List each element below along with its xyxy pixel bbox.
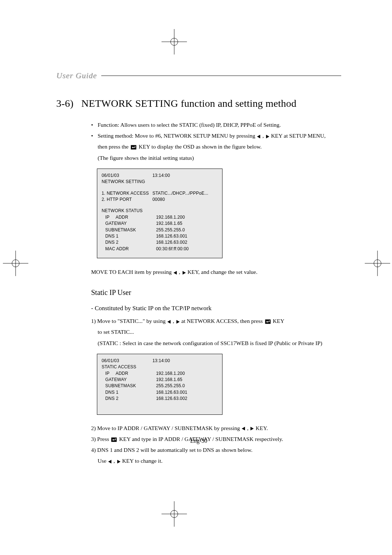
triangle-left-icon (242, 427, 245, 430)
osd-row-label: IP ADDR (105, 370, 156, 377)
crop-mark-top (162, 29, 187, 54)
osd-static-access: 06/01/03 13:14:00 STATIC ACCESS IP ADDR1… (97, 354, 222, 415)
triangle-left-icon (167, 320, 171, 324)
triangle-right-icon (117, 460, 121, 463)
svg-marker-12 (257, 135, 260, 138)
step2-b: KEY. (256, 425, 268, 431)
svg-marker-13 (266, 135, 269, 138)
osd-row-value: 00:30:6f:ff:00:00 (156, 246, 218, 252)
glyph-comma: , (173, 318, 176, 324)
osd-row: DNS 1168.126.63.001 (102, 389, 218, 396)
static-step1-b: at NETWORK ACCESS, then press (181, 318, 264, 324)
osd-row-label: GATEWAY (105, 377, 156, 383)
svg-marker-19 (176, 320, 180, 324)
section-title: 3-6) NETWORK SETTING function and settin… (56, 98, 341, 109)
enter-key-icon (265, 319, 271, 324)
osd-row-value: 192.168.1.200 (156, 370, 218, 377)
osd2-title: STATIC ACCESS (102, 364, 218, 370)
osd2-time: 13:14:00 (152, 358, 218, 364)
glyph-comma: , (247, 425, 250, 431)
osd-row: DNS 1168.126.63.001 (102, 233, 218, 239)
osd-row: MAC ADDR00:30:6f:ff:00:00 (102, 246, 218, 252)
page-body: User Guide 3-6) NETWORK SETTING function… (56, 71, 341, 466)
triangle-left-icon (257, 135, 261, 138)
svg-marker-26 (108, 460, 111, 463)
step4b: Use , KEY to change it. (98, 455, 341, 466)
osd-row-label: DNS 2 (105, 239, 156, 246)
triangle-right-icon (176, 320, 180, 324)
static-ip-heading: Static IP User (91, 288, 341, 297)
intro-setting-line-b: KEY at SETUP MENU, (271, 133, 326, 139)
crop-mark-right (365, 251, 390, 276)
after-osd1: MOVE TO EACH item by pressing , KEY, and… (91, 266, 341, 278)
static-step1-line2: to set STATIC... (98, 327, 341, 337)
svg-marker-17 (183, 271, 186, 275)
user-guide-label: User Guide (56, 71, 97, 80)
bullet-dot-icon: • (91, 130, 98, 141)
after-osd1-a: MOVE TO EACH item by pressing (91, 269, 173, 275)
osd-row-label: IP ADDR (105, 214, 156, 220)
osd-row-value: 168.126.63.002 (156, 396, 218, 402)
intro-setting-line2-b: KEY to display the OSD as shown in the f… (139, 143, 262, 150)
osd-row-label: DNS 1 (105, 233, 156, 239)
static-step1: 1) Move to "STATIC..." by using , at NET… (91, 316, 341, 349)
osd-row-label: DNS 1 (105, 389, 156, 396)
osd1-date: 06/01/03 (102, 173, 152, 179)
svg-marker-18 (167, 320, 171, 324)
intro-setting-line-a: Setting method: Move to #6, NETWORK SETU… (98, 133, 257, 139)
osd2-date: 06/01/03 (102, 358, 152, 364)
osd-network-setting: 06/01/03 13:14:00 NETWORK SETTING 1. NET… (97, 169, 222, 258)
bullet-dot-icon: • (91, 119, 98, 130)
intro-setting-line2-a: then press the (98, 143, 130, 150)
osd-row: GATEWAY192.168.1.65 (102, 377, 218, 383)
triangle-right-icon (182, 271, 186, 275)
static-subheading: - Constituted by Static IP on the TCP/IP… (91, 305, 341, 312)
osd-row-label: GATEWAY (105, 220, 156, 227)
intro-setting-line3: (The figure shows the initial setting st… (98, 153, 341, 163)
step4b-a: Use (98, 458, 108, 464)
osd-row-label: DNS 2 (105, 396, 156, 402)
osd-row: SUBNETMASK255.255.255.0 (102, 383, 218, 389)
intro-setting-line: Setting method: Move to #6, NETWORK SETU… (98, 130, 341, 141)
intro-block: • Function: Allows users to select the S… (91, 119, 341, 163)
static-step1-a: 1) Move to "STATIC..." by using (91, 318, 167, 324)
glyph-comma: , (179, 269, 182, 275)
triangle-left-icon (108, 460, 112, 463)
osd1-item1-label: 1. NETWORK ACCESS (102, 190, 152, 197)
osd1-time: 13:14:00 (152, 173, 218, 179)
svg-marker-23 (250, 427, 254, 430)
osd-row-value: 255.255.255.0 (156, 383, 218, 389)
glyph-comma: , (262, 133, 265, 139)
triangle-right-icon (250, 427, 254, 430)
step2: 2) Move to IP ADDR / GATEWAY / SUBNETMAS… (91, 423, 341, 434)
osd1-item2-value: 00080 (152, 197, 218, 203)
osd-row-value: 192.168.1.200 (156, 214, 218, 220)
svg-marker-16 (173, 271, 177, 275)
static-step1-c: KEY (273, 318, 285, 324)
osd-row-value: 255.255.255.0 (156, 227, 218, 233)
triangle-left-icon (173, 271, 177, 275)
osd-row-label: MAC ADDR (105, 246, 156, 252)
svg-marker-22 (242, 427, 245, 430)
osd-row: GATEWAY192.168.1.65 (102, 220, 218, 227)
osd-row: IP ADDR192.168.1.200 (102, 370, 218, 377)
svg-marker-27 (117, 460, 121, 463)
osd-row-value: 192.168.1.65 (156, 377, 218, 383)
osd-row-label: SUBNETMASK (105, 383, 156, 389)
step4: 4) DNS 1 and DNS 2 will be automatically… (91, 445, 341, 455)
page-number: Eng-30 (56, 438, 341, 444)
intro-setting-line2: then press the KEY to display the OSD as… (98, 141, 341, 152)
glyph-comma: , (114, 458, 117, 464)
osd1-item2-label: 2. HTTP PORT (102, 197, 152, 203)
osd-row: DNS 2168.126.63.002 (102, 396, 218, 402)
steps-after: 2) Move to IP ADDR / GATEWAY / SUBNETMAS… (91, 423, 341, 467)
step4b-b: KEY to change it. (122, 458, 162, 464)
after-osd1-b: KEY, and change the set value. (187, 269, 257, 275)
osd-row-value: 192.168.1.65 (156, 220, 218, 227)
osd-row: DNS 2168.126.63.002 (102, 239, 218, 246)
osd-row-value: 168.126.63.001 (156, 389, 218, 396)
osd1-status-title: NETWORK STATUS (102, 208, 218, 214)
step2-a: 2) Move to IP ADDR / GATEWAY / SUBNETMAS… (91, 425, 241, 431)
page-header: User Guide (56, 71, 341, 80)
crop-mark-bottom (162, 501, 187, 527)
